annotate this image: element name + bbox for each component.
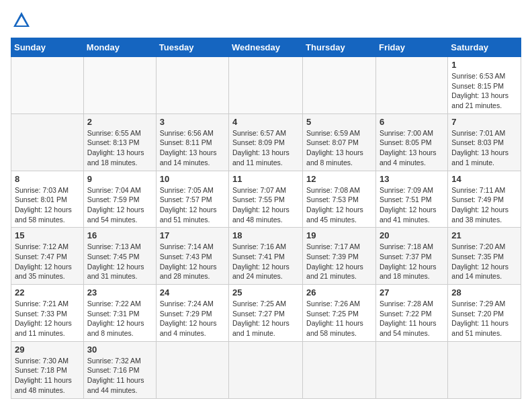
calendar-day: 4Sunrise: 6:57 AMSunset: 8:09 PMDaylight… [229, 113, 303, 171]
calendar-day: 18Sunrise: 7:16 AMSunset: 7:41 PMDayligh… [229, 228, 303, 285]
empty-cell [303, 57, 376, 114]
empty-cell [303, 341, 376, 398]
calendar-day: 25Sunrise: 7:25 AMSunset: 7:27 PMDayligh… [229, 285, 303, 342]
logo-icon [12, 11, 31, 30]
calendar-day: 29Sunrise: 7:30 AMSunset: 7:18 PMDayligh… [11, 341, 84, 398]
week-row: 29Sunrise: 7:30 AMSunset: 7:18 PMDayligh… [11, 341, 521, 398]
column-header-thursday: Thursday [303, 38, 376, 57]
calendar-day: 14Sunrise: 7:11 AMSunset: 7:49 PMDayligh… [448, 171, 521, 228]
calendar-day: 26Sunrise: 7:26 AMSunset: 7:25 PMDayligh… [303, 285, 376, 342]
logo [11, 11, 31, 30]
empty-cell [11, 113, 84, 171]
calendar-day: 5Sunrise: 6:59 AMSunset: 8:07 PMDaylight… [303, 113, 376, 171]
column-header-sunday: Sunday [11, 38, 84, 57]
calendar-day: 1Sunrise: 6:53 AMSunset: 8:15 PMDaylight… [448, 57, 521, 114]
calendar-table: SundayMondayTuesdayWednesdayThursdayFrid… [11, 38, 521, 399]
calendar-day: 3Sunrise: 6:56 AMSunset: 8:11 PMDaylight… [156, 113, 228, 171]
empty-cell [83, 57, 156, 114]
week-row: 8Sunrise: 7:03 AMSunset: 8:01 PMDaylight… [11, 171, 521, 228]
calendar-day: 19Sunrise: 7:17 AMSunset: 7:39 PMDayligh… [303, 228, 376, 285]
calendar-day: 28Sunrise: 7:29 AMSunset: 7:20 PMDayligh… [448, 285, 521, 342]
calendar-day: 15Sunrise: 7:12 AMSunset: 7:47 PMDayligh… [11, 228, 84, 285]
week-row: 15Sunrise: 7:12 AMSunset: 7:47 PMDayligh… [11, 228, 521, 285]
calendar-day: 23Sunrise: 7:22 AMSunset: 7:31 PMDayligh… [83, 285, 156, 342]
calendar-day: 27Sunrise: 7:28 AMSunset: 7:22 PMDayligh… [375, 285, 447, 342]
empty-cell [375, 57, 447, 114]
page-header [11, 11, 521, 30]
calendar-day: 9Sunrise: 7:04 AMSunset: 7:59 PMDaylight… [83, 171, 156, 228]
calendar-day: 12Sunrise: 7:08 AMSunset: 7:53 PMDayligh… [303, 171, 376, 228]
calendar-day: 8Sunrise: 7:03 AMSunset: 8:01 PMDaylight… [11, 171, 84, 228]
calendar-day: 7Sunrise: 7:01 AMSunset: 8:03 PMDaylight… [448, 113, 521, 171]
calendar-day: 24Sunrise: 7:24 AMSunset: 7:29 PMDayligh… [156, 285, 228, 342]
calendar-day: 13Sunrise: 7:09 AMSunset: 7:51 PMDayligh… [375, 171, 447, 228]
calendar-day: 30Sunrise: 7:32 AMSunset: 7:16 PMDayligh… [83, 341, 156, 398]
calendar-day: 16Sunrise: 7:13 AMSunset: 7:45 PMDayligh… [83, 228, 156, 285]
calendar-day: 2Sunrise: 6:55 AMSunset: 8:13 PMDaylight… [83, 113, 156, 171]
week-row: 2Sunrise: 6:55 AMSunset: 8:13 PMDaylight… [11, 113, 521, 171]
calendar-day: 17Sunrise: 7:14 AMSunset: 7:43 PMDayligh… [156, 228, 228, 285]
empty-cell [156, 341, 228, 398]
calendar-day: 6Sunrise: 7:00 AMSunset: 8:05 PMDaylight… [375, 113, 447, 171]
calendar-day: 20Sunrise: 7:18 AMSunset: 7:37 PMDayligh… [375, 228, 447, 285]
column-header-tuesday: Tuesday [156, 38, 228, 57]
calendar-header: SundayMondayTuesdayWednesdayThursdayFrid… [11, 38, 521, 57]
empty-cell [229, 57, 303, 114]
empty-cell [156, 57, 228, 114]
column-header-saturday: Saturday [448, 38, 521, 57]
calendar-day: 10Sunrise: 7:05 AMSunset: 7:57 PMDayligh… [156, 171, 228, 228]
column-header-wednesday: Wednesday [229, 38, 303, 57]
column-header-monday: Monday [83, 38, 156, 57]
week-row: 1Sunrise: 6:53 AMSunset: 8:15 PMDaylight… [11, 57, 521, 114]
header-row: SundayMondayTuesdayWednesdayThursdayFrid… [11, 38, 521, 57]
empty-cell [229, 341, 303, 398]
calendar-day: 11Sunrise: 7:07 AMSunset: 7:55 PMDayligh… [229, 171, 303, 228]
empty-cell [448, 341, 521, 398]
column-header-friday: Friday [375, 38, 447, 57]
empty-cell [11, 57, 84, 114]
empty-cell [375, 341, 447, 398]
calendar-body: 1Sunrise: 6:53 AMSunset: 8:15 PMDaylight… [11, 57, 521, 399]
calendar-day: 22Sunrise: 7:21 AMSunset: 7:33 PMDayligh… [11, 285, 84, 342]
week-row: 22Sunrise: 7:21 AMSunset: 7:33 PMDayligh… [11, 285, 521, 342]
calendar-day: 21Sunrise: 7:20 AMSunset: 7:35 PMDayligh… [448, 228, 521, 285]
